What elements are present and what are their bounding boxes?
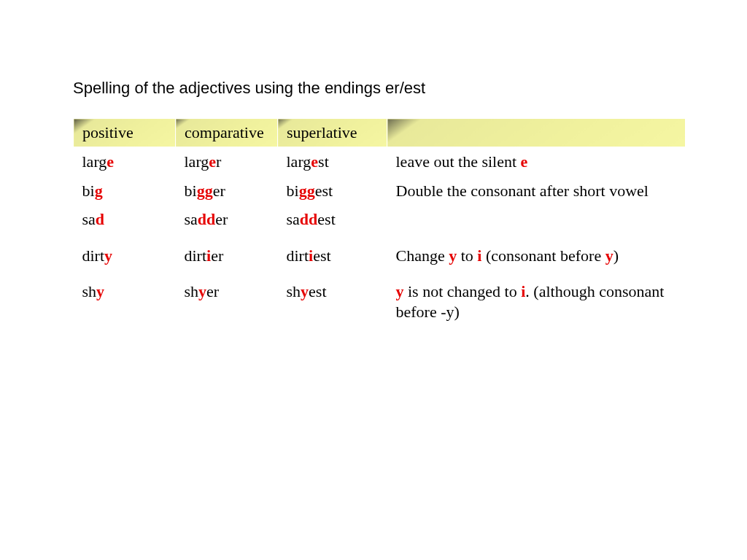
cell-positive: shy [74,270,176,326]
cell-rule: Double the consonant after short vowel [387,176,686,234]
plain-text: bi [287,182,299,200]
highlight-text: y [96,282,104,300]
plain-text: er [211,246,223,265]
plain-text: ) [614,246,619,265]
highlight-text: y [301,282,309,300]
cell-comparative: dirtier [176,234,278,271]
cell-superlative: dirtiest [278,234,387,271]
cell-superlative: largest [278,147,387,176]
table-row: shyshyershyesty is not changed to i. (al… [74,270,686,326]
plain-text: est [317,210,335,228]
cell-superlative: shyest [278,270,387,326]
highlight-text: e [311,152,318,171]
plain-text: sh [287,282,301,300]
plain-text: r [216,152,221,171]
plain-text: bi [82,182,95,200]
highlight-text: gg [299,182,315,200]
plain-text: est [315,182,333,200]
plain-text: bi [185,182,197,200]
cell-rule: leave out the silent e [387,147,686,176]
cell-comparative: bigger [176,176,278,206]
highlight-text: y [104,246,112,265]
cell-rule: y is not changed to i. (although consona… [387,270,686,326]
plain-text: (consonant before [481,246,605,265]
highlight-text: gg [197,182,213,200]
plain-text: er [215,210,228,228]
highlight-text: dd [198,210,215,228]
cell-superlative: saddest [278,205,387,234]
plain-text: sh [82,282,97,300]
plain-text: leave out the silent [396,152,521,171]
plain-text: Double the consonant after short vowel [396,182,649,200]
table-body: largelargerlargestleave out the silent e… [74,147,686,327]
page-title: Spelling of the adjectives using the end… [73,79,681,98]
col-positive: positive [74,119,176,147]
cell-comparative: sadder [176,205,278,234]
plain-text: dirt [82,246,105,265]
highlight-text: e [209,152,216,171]
plain-text: sh [185,282,199,300]
table-header-row: positive comparative superlative [74,119,686,147]
plain-text: sa [287,210,300,228]
cell-comparative: larger [176,147,278,176]
document-page: Spelling of the adjectives using the end… [0,0,747,326]
highlight-text: g [95,182,103,200]
plain-text: sa [82,210,96,228]
highlight-text: y [605,246,614,265]
adjective-table: positive comparative superlative largela… [73,118,686,326]
table-row: largelargerlargestleave out the silent e [74,147,686,176]
col-rule [387,119,686,147]
cell-positive: big [74,176,176,206]
table-row: dirtydirtierdirtiestChange y to i (conso… [74,234,686,271]
highlight-text: e [107,152,114,171]
table-row: bigbiggerbiggestDouble the consonant aft… [74,176,686,206]
plain-text: dirt [185,246,207,265]
cell-comparative: shyer [176,270,278,326]
plain-text: sa [185,210,198,228]
plain-text: Change [396,246,449,265]
plain-text: larg [287,152,311,171]
cell-superlative: biggest [278,176,387,206]
highlight-text: y [449,246,457,265]
plain-text: st [318,152,329,171]
plain-text: larg [82,152,107,171]
cell-rule: Change y to i (consonant before y) [387,234,686,271]
cell-positive: dirty [74,234,176,271]
plain-text: dirt [287,246,309,265]
plain-text: larg [185,152,209,171]
highlight-text: d [96,210,104,228]
cell-positive: sad [74,205,176,234]
plain-text: er [213,182,225,200]
plain-text: er [206,282,219,300]
plain-text: to [457,246,477,265]
col-comparative: comparative [176,119,278,147]
col-superlative: superlative [278,119,387,147]
plain-text: est [313,246,330,265]
highlight-text: y [198,282,206,300]
plain-text: is not changed to [404,282,522,300]
highlight-text: dd [300,210,317,228]
highlight-text: y [396,282,404,300]
plain-text: est [309,282,326,300]
highlight-text: e [521,152,528,171]
cell-positive: large [74,147,176,176]
